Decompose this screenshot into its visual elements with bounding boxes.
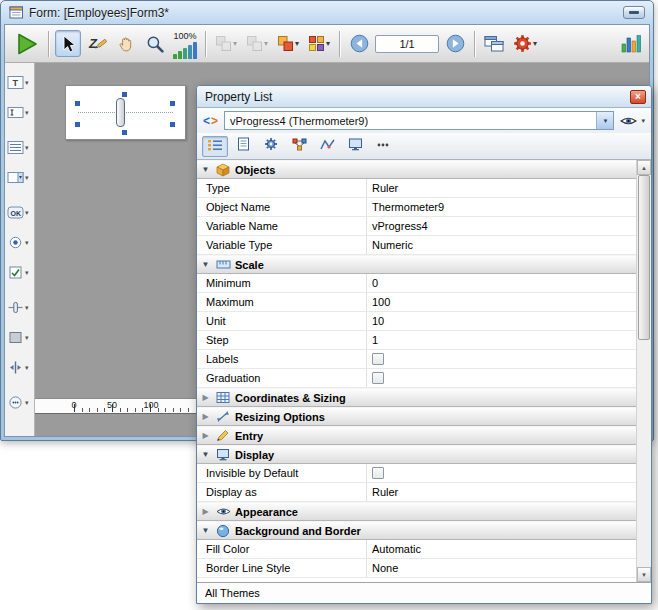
list-box-tool[interactable]: ▾ xyxy=(5,134,34,160)
selection-handle[interactable] xyxy=(75,101,80,106)
dropdown-arrow-icon[interactable]: ▾ xyxy=(25,304,29,311)
section-objects[interactable]: ▼Objects xyxy=(197,160,636,179)
text-tool[interactable]: T▾ xyxy=(5,69,34,95)
property-value[interactable]: 100 xyxy=(367,293,636,311)
property-value[interactable] xyxy=(367,350,636,368)
chevron-down-icon[interactable]: ▼ xyxy=(596,112,613,129)
property-value[interactable]: Thermometer9 xyxy=(367,198,636,216)
dropdown-arrow-icon[interactable]: ▾ xyxy=(25,144,29,151)
entry-order-button[interactable]: Z xyxy=(84,30,110,57)
eye-icon[interactable] xyxy=(620,115,637,127)
expand-triangle-icon[interactable]: ▶ xyxy=(200,413,211,421)
minimize-button[interactable] xyxy=(623,6,645,19)
scroll-up-icon[interactable]: ▲ xyxy=(637,160,651,175)
object-library-button[interactable] xyxy=(618,30,644,57)
property-value[interactable]: Ruler xyxy=(367,179,636,197)
dropdown-arrow-icon[interactable]: ▾ xyxy=(25,109,29,116)
select-tool-button[interactable] xyxy=(55,30,81,57)
selection-handle[interactable] xyxy=(75,122,80,127)
execute-form-button[interactable] xyxy=(10,30,42,57)
dropdown-arrow-icon[interactable]: ▾ xyxy=(25,334,29,341)
checkbox[interactable] xyxy=(372,372,384,384)
property-value[interactable]: None xyxy=(367,559,636,577)
tab-settings[interactable] xyxy=(258,136,284,157)
form-page[interactable] xyxy=(65,85,186,140)
level-button[interactable]: ▾ xyxy=(274,30,302,57)
tab-events[interactable] xyxy=(314,136,340,157)
checkbox[interactable] xyxy=(372,353,384,365)
property-value[interactable]: 10 xyxy=(367,312,636,330)
zoom-bars-icon[interactable] xyxy=(173,42,197,59)
property-value[interactable]: 1 xyxy=(367,331,636,349)
property-value[interactable]: 0 xyxy=(367,274,636,292)
property-value[interactable]: Numeric xyxy=(367,236,636,254)
themes-filter[interactable]: All Themes xyxy=(197,582,651,603)
collapse-triangle-icon[interactable]: ▼ xyxy=(200,166,211,174)
input-tool[interactable]: ▾ xyxy=(5,99,34,125)
property-list-titlebar[interactable]: Property List × xyxy=(197,86,651,108)
section-appearance[interactable]: ▶Appearance xyxy=(197,502,636,521)
scroll-down-icon[interactable]: ▼ xyxy=(637,567,651,582)
selection-handle[interactable] xyxy=(122,92,127,97)
duplicate-button[interactable]: ▾ xyxy=(305,30,333,57)
tab-objects[interactable] xyxy=(286,136,312,157)
ruler-object-thumb[interactable] xyxy=(116,98,125,127)
dropdown-arrow-icon[interactable]: ▾ xyxy=(25,399,29,406)
eye-dropdown-arrow-icon[interactable]: ▾ xyxy=(641,117,645,125)
next-page-button[interactable] xyxy=(442,30,468,57)
property-value[interactable]: Automatic xyxy=(367,540,636,558)
dropdown-arrow-icon[interactable]: ▾ xyxy=(25,269,29,276)
section-resizing-options[interactable]: ▶Resizing Options xyxy=(197,407,636,426)
section-display[interactable]: ▼Display xyxy=(197,445,636,464)
dropdown-arrow-icon[interactable]: ▾ xyxy=(25,364,29,371)
property-value[interactable]: vProgress4 xyxy=(367,217,636,235)
dropdown-arrow-icon[interactable]: ▾ xyxy=(25,209,29,216)
close-icon[interactable]: × xyxy=(630,90,646,104)
expand-triangle-icon[interactable]: ▶ xyxy=(200,432,211,440)
display-mode-button[interactable] xyxy=(481,30,507,57)
object-selector-combobox[interactable]: vProgress4 (Thermometer9) ▼ xyxy=(224,111,614,130)
section-scale[interactable]: ▼Scale xyxy=(197,255,636,274)
scrollbar-thumb[interactable] xyxy=(638,175,650,340)
indicator-tool[interactable]: ▾ xyxy=(5,294,34,320)
selection-handle[interactable] xyxy=(122,130,127,135)
section-coordinates-sizing[interactable]: ▶Coordinates & Sizing xyxy=(197,388,636,407)
radio-button-tool[interactable]: ▾ xyxy=(5,229,34,255)
dropdown-arrow-icon[interactable]: ▾ xyxy=(25,79,29,86)
windows-icon xyxy=(484,35,504,53)
tab-more[interactable] xyxy=(370,136,396,157)
property-value[interactable] xyxy=(367,369,636,387)
combo-box-tool[interactable]: ▾ xyxy=(5,164,34,190)
zoom-tool-button[interactable] xyxy=(142,30,168,57)
window-titlebar[interactable]: Form: [Employees]Form3* xyxy=(4,1,650,24)
section-background-and-border[interactable]: ▼Background and Border xyxy=(197,521,636,540)
checkbox-tool[interactable]: ▾ xyxy=(5,259,34,285)
move-tool-button[interactable] xyxy=(113,30,139,57)
collapse-triangle-icon[interactable]: ▼ xyxy=(200,451,211,459)
form-properties-button[interactable]: ▾ xyxy=(510,30,540,57)
tab-theme-list[interactable] xyxy=(202,136,228,157)
property-value[interactable]: Ruler xyxy=(367,483,636,501)
section-entry[interactable]: ▶Entry xyxy=(197,426,636,445)
page-indicator[interactable]: 1/1 xyxy=(375,35,439,53)
zoom-level-control[interactable]: 100% xyxy=(171,29,199,59)
expand-triangle-icon[interactable]: ▶ xyxy=(200,508,211,516)
expand-triangle-icon[interactable]: ▶ xyxy=(200,394,211,402)
collapse-triangle-icon[interactable]: ▼ xyxy=(200,261,211,269)
plugin-area-tool[interactable]: ▾ xyxy=(5,389,34,415)
selection-handle[interactable] xyxy=(170,101,175,106)
tab-property-page[interactable] xyxy=(230,136,256,157)
button-tool[interactable]: OK▾ xyxy=(5,199,34,225)
dropdown-arrow-icon[interactable]: ▾ xyxy=(25,239,29,246)
checkbox[interactable] xyxy=(372,467,384,479)
scrollbar[interactable]: ▲ ▼ xyxy=(636,160,651,582)
previous-page-button[interactable] xyxy=(346,30,372,57)
scrollbar-track[interactable] xyxy=(637,175,651,567)
selection-handle[interactable] xyxy=(170,122,175,127)
property-value[interactable] xyxy=(367,464,636,482)
tab-display[interactable] xyxy=(342,136,368,157)
dropdown-arrow-icon[interactable]: ▾ xyxy=(25,174,29,181)
rectangle-tool[interactable]: ▾ xyxy=(5,324,34,350)
collapse-triangle-icon[interactable]: ▼ xyxy=(200,527,211,535)
splitter-tool[interactable]: ▾ xyxy=(5,354,34,380)
